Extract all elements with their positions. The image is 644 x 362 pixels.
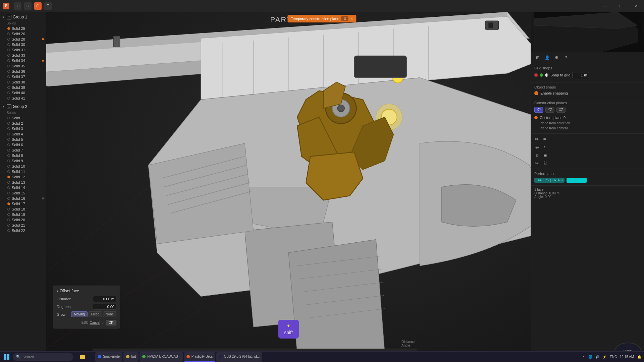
- solid-item-41[interactable]: Solid 41: [0, 96, 46, 101]
- solid-item-26[interactable]: Solid 26: [0, 31, 46, 37]
- solid-item-14[interactable]: Solid 14: [0, 185, 46, 190]
- battery-icon[interactable]: ⚡: [602, 354, 607, 360]
- temp-plane-close[interactable]: ✕: [351, 17, 353, 20]
- start-button[interactable]: [2, 352, 11, 362]
- layers-icon[interactable]: ⧉: [534, 152, 540, 159]
- solid-item-30[interactable]: Solid 30: [0, 42, 46, 47]
- solid-item-1[interactable]: Solid 1: [0, 115, 46, 121]
- menu-icon[interactable]: ☰: [44, 2, 52, 10]
- solid-item-18[interactable]: Solid 18: [0, 206, 46, 212]
- pen-icon[interactable]: ✒: [542, 136, 548, 142]
- solid-item-10[interactable]: Solid 10: [0, 164, 46, 169]
- group1-header[interactable]: ▼ ⬡ Group 1: [0, 13, 46, 21]
- solid-item-35[interactable]: Solid 35: [0, 63, 46, 69]
- solid-item-39[interactable]: Solid 39: [0, 85, 46, 90]
- solid-item-28[interactable]: Solid 28: [0, 37, 46, 42]
- refresh-icon[interactable]: ↻: [542, 144, 548, 150]
- users-icon[interactable]: 👤: [544, 54, 550, 61]
- notifications-icon[interactable]: 🔔: [637, 354, 642, 360]
- maximize-button[interactable]: □: [613, 0, 629, 12]
- solid-item-13[interactable]: Solid 13: [0, 180, 46, 185]
- pencil-icon[interactable]: ✏: [534, 136, 540, 142]
- right-panel: ⊞ 👤 ⚙ ? Grid snaps Snap to grid Object s…: [531, 12, 644, 362]
- solid-item-25[interactable]: Solid 25: [0, 26, 46, 31]
- file-explorer-app[interactable]: [78, 352, 87, 362]
- taskbar-search[interactable]: 🔍 Search: [13, 353, 73, 361]
- distance-value-display: Distance: 0.00 m: [534, 191, 641, 195]
- network-icon[interactable]: 🌐: [588, 354, 593, 360]
- help-icon[interactable]: ?: [562, 54, 569, 61]
- degrees-input[interactable]: [93, 304, 116, 310]
- solid-item-34[interactable]: Solid 34: [0, 58, 46, 63]
- solid-item-7[interactable]: Solid 7: [0, 147, 46, 153]
- bat-app[interactable]: bat: [123, 352, 139, 362]
- solid-item-37[interactable]: Solid 37: [0, 74, 46, 79]
- taskbar-right: ∧ 🌐 🔊 ⚡ ENG 12:15 AM 🔔: [581, 354, 642, 360]
- taskbar: 🔍 Search Simplenote bat NVIDIA BROADCAST…: [0, 351, 644, 362]
- solid-item-33[interactable]: Solid 33: [0, 53, 46, 58]
- group2-header[interactable]: ▼ ⬡ Group 2: [0, 103, 46, 110]
- volume-icon[interactable]: 🔊: [595, 354, 600, 360]
- solid-item-15[interactable]: Solid 15: [0, 190, 46, 196]
- solid-item-11[interactable]: Solid 11: [0, 169, 46, 174]
- cancel-button[interactable]: Cancel: [90, 321, 100, 324]
- forward-icon[interactable]: ↪: [24, 2, 32, 10]
- plane-from-camera[interactable]: Plane from camera: [540, 126, 641, 131]
- solid-item-40[interactable]: Solid 40: [0, 90, 46, 96]
- settings-cog-icon[interactable]: ⚙: [553, 54, 560, 61]
- solid-item-9[interactable]: Solid 9: [0, 158, 46, 164]
- toggle-icon[interactable]: [534, 91, 538, 95]
- none-button[interactable]: None: [103, 311, 116, 317]
- mini-viewport-content: [531, 12, 644, 52]
- obs-app[interactable]: OBS 29.0.2 (64-bit, wt...: [216, 352, 263, 362]
- xy-axis-button[interactable]: XY: [534, 107, 543, 113]
- circle-target-icon[interactable]: ◎: [534, 144, 540, 150]
- solid-item-6[interactable]: Solid 6: [0, 142, 46, 147]
- solid-item-36[interactable]: Solid 36: [0, 69, 46, 74]
- toolbar-icons: ↩ ↪ ⬡ ☰: [14, 2, 52, 10]
- solid-item-12[interactable]: Solid 12: [0, 174, 46, 180]
- solid-item-8[interactable]: Solid 8: [0, 153, 46, 158]
- plane-from-selection[interactable]: Plane from selection: [540, 121, 641, 126]
- solid-item-5[interactable]: Solid 5: [0, 137, 46, 142]
- ok-button[interactable]: OK: [106, 320, 116, 325]
- solid-item-22[interactable]: Solid 22: [0, 228, 46, 233]
- settings-icon[interactable]: ⬡: [34, 2, 42, 10]
- viewport[interactable]: PART 2.6 Temporary construction plane ⚙ …: [46, 12, 531, 362]
- solid-name: Solid 15: [12, 191, 25, 195]
- scissors-icon[interactable]: ✂: [534, 160, 540, 167]
- minimize-button[interactable]: —: [598, 0, 613, 12]
- solid-item-19[interactable]: Solid 19: [0, 212, 46, 217]
- solid-item-2[interactable]: Solid 2: [0, 121, 46, 126]
- close-button[interactable]: ✕: [629, 0, 644, 12]
- app-dot: [142, 355, 146, 358]
- database-icon[interactable]: 🗄: [542, 160, 548, 167]
- panel-icon[interactable]: ▣: [542, 152, 548, 159]
- plasticity-app[interactable]: Plasticity Beta: [184, 352, 215, 362]
- fixed-button[interactable]: Fixed: [89, 311, 102, 317]
- distance-input[interactable]: [93, 296, 116, 302]
- temp-plane-button[interactable]: ⚙: [341, 16, 348, 21]
- custom-plane-item[interactable]: Custom plane 0: [534, 115, 641, 121]
- solid-item-38[interactable]: Solid 38: [0, 79, 46, 85]
- yz-axis-button[interactable]: YZ: [545, 107, 554, 113]
- solid-item-20[interactable]: Solid 20: [0, 217, 46, 223]
- solid-item-4[interactable]: Solid 4: [0, 131, 46, 137]
- custom-plane-name: Custom plane 0: [540, 116, 566, 120]
- mini-model-svg: [531, 12, 644, 52]
- solid-item-17[interactable]: Solid 17: [0, 201, 46, 206]
- nvidia-broadcast-app[interactable]: NVIDIA BROADCAST: [140, 352, 183, 362]
- snap-value-input[interactable]: [572, 72, 589, 78]
- solid-item-31[interactable]: Solid 31: [0, 47, 46, 53]
- solid-item-21[interactable]: Solid 21: [0, 223, 46, 228]
- moving-button[interactable]: Moving: [71, 311, 87, 317]
- solid-item-3[interactable]: Solid 3: [0, 126, 46, 131]
- solid-dot: [7, 43, 10, 46]
- up-arrow-icon[interactable]: ∧: [581, 354, 586, 360]
- solid-dot: [7, 208, 10, 210]
- back-icon[interactable]: ↩: [14, 2, 21, 10]
- xz-axis-button[interactable]: XZ: [556, 107, 566, 113]
- grid-view-icon[interactable]: ⊞: [534, 54, 541, 61]
- simplenote-app[interactable]: Simplenote: [95, 352, 122, 362]
- solid-item-16[interactable]: Solid 16: [0, 196, 46, 201]
